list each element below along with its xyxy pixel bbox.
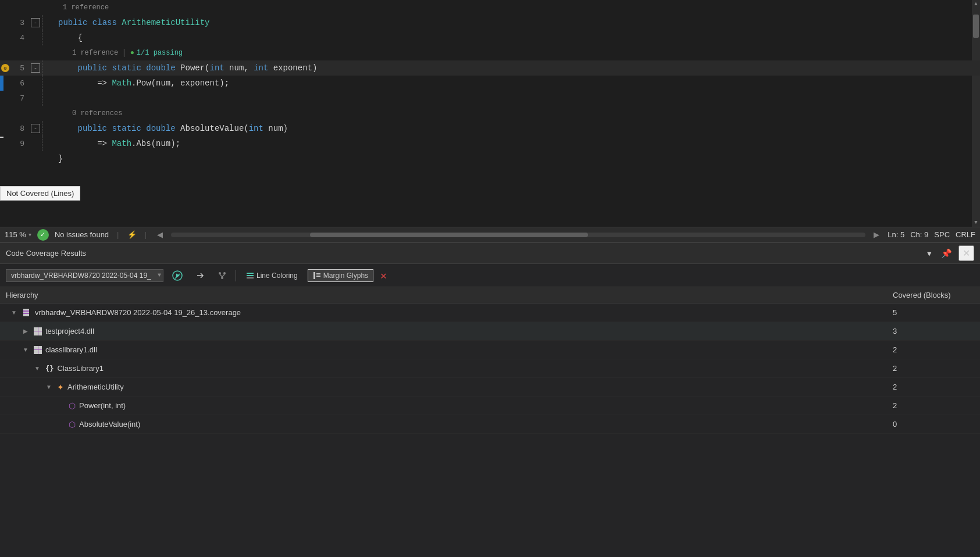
coverage-dropdown-wrapper: vrbhardw_VRBHARDW8720 2022-05-04 19_ ▼ xyxy=(6,269,163,282)
coverage-panel-inner: Code Coverage Results ▾ 📌 ✕ vrbhardw_VRB… xyxy=(0,242,980,557)
line-ending: CRLF xyxy=(956,230,975,239)
svg-rect-4 xyxy=(247,273,254,274)
code-content-4: { xyxy=(54,33,83,42)
row-hierarchy: ⬡ Power(int, int) xyxy=(0,399,887,413)
zoom-control[interactable]: 115 % ▾ xyxy=(5,230,31,239)
row-label-6: Power(int, int) xyxy=(79,401,126,410)
code-line-6: 6 => Math.Pow(num, exponent); xyxy=(0,76,980,91)
not-covered-tooltip: Not Covered (Lines) xyxy=(0,186,80,201)
row-label-3: classlibrary1.dll xyxy=(45,345,97,354)
row-covered-5: 2 xyxy=(887,380,980,394)
status-bar: 115 % ▾ ✓ No issues found | ⚡ | ◀ ▶ Ln: … xyxy=(0,227,980,242)
tree-expand-1[interactable] xyxy=(9,308,19,317)
line-coloring-icon xyxy=(246,272,254,280)
row-label-1: vrbhardw_VRBHARDW8720 2022-05-04 19_26_1… xyxy=(35,308,241,317)
line-num-8: 8 xyxy=(0,124,29,133)
line-num-4: 4 xyxy=(0,34,29,42)
table-row[interactable]: classlibrary1.dll 2 xyxy=(0,341,980,359)
svg-rect-5 xyxy=(247,275,254,276)
run-coverage-icon xyxy=(172,270,183,281)
table-row[interactable]: vrbhardw_VRBHARDW8720 2022-05-04 19_26_1… xyxy=(0,304,980,322)
table-row[interactable]: testproject4.dll 3 xyxy=(0,322,980,341)
coverage-close-btn[interactable]: ✕ xyxy=(378,269,389,282)
svg-rect-12 xyxy=(23,312,29,313)
code-line-9: 9 => Math.Abs(num); xyxy=(0,136,980,151)
margin-glyphs-btn[interactable]: Margin Glyphs xyxy=(308,269,373,282)
panel-close-btn[interactable]: ✕ xyxy=(958,245,974,261)
expand-8[interactable]: - xyxy=(31,124,40,133)
row-covered-4: 2 xyxy=(887,362,980,375)
dashed-border-8 xyxy=(42,121,54,136)
col-header-covered: Covered (Blocks) xyxy=(887,287,980,303)
run-coverage-btn[interactable] xyxy=(168,268,187,283)
dll-icon xyxy=(34,327,42,335)
svg-point-2 xyxy=(223,272,226,274)
row-covered-6: 2 xyxy=(887,399,980,412)
encoding: SPC xyxy=(934,230,950,239)
branch-icon xyxy=(218,271,227,280)
panel-controls: ▾ 📌 ✕ xyxy=(924,245,974,261)
method-icon-1: ⬡ xyxy=(69,401,76,410)
code-content-8: public static double AbsoluteValue(int n… xyxy=(54,124,288,133)
row-label-4: ClassLibrary1 xyxy=(57,364,103,373)
expand-3[interactable]: - xyxy=(31,18,40,27)
code-line-3: 3 - public class ArithemeticUtility xyxy=(0,15,980,30)
dashed-border-3 xyxy=(42,15,54,30)
line-coloring-btn[interactable]: Line Coloring xyxy=(241,269,303,282)
zoom-dropdown-arrow[interactable]: ▾ xyxy=(28,231,31,238)
tree-expand-5[interactable] xyxy=(44,383,54,392)
table-row[interactable]: {} ClassLibrary1 2 xyxy=(0,359,980,378)
gutter-5: - xyxy=(29,63,42,73)
line-info: Ln: 5 xyxy=(888,230,904,239)
goto-icon xyxy=(195,271,205,280)
scrollbar-thumb-h xyxy=(310,233,588,237)
row-label-7: AbsoluteValue(int) xyxy=(79,420,140,429)
table-row[interactable]: ✦ ArithemeticUtility 2 xyxy=(0,378,980,397)
file-icon xyxy=(22,308,31,317)
row-covered-1: 5 xyxy=(887,306,980,319)
git-icon[interactable]: ⚡ xyxy=(127,230,137,239)
scroll-up-arrow[interactable]: ▲ xyxy=(972,0,980,8)
namespace-icon: {} xyxy=(45,365,54,373)
branch-coverage-btn[interactable] xyxy=(213,269,231,283)
code-line-5: 5 ⚙ - public static double Power(int num… xyxy=(0,60,980,76)
panel-dropdown-btn[interactable]: ▾ xyxy=(924,247,935,260)
scroll-left-btn[interactable]: ◀ xyxy=(155,230,165,239)
svg-point-1 xyxy=(219,272,221,274)
row-covered-7: 0 xyxy=(887,417,980,431)
horizontal-scrollbar[interactable] xyxy=(171,233,865,237)
coverage-blue-6 xyxy=(0,76,3,91)
dll-icon-2 xyxy=(34,346,42,354)
table-header: Hierarchy Covered (Blocks) xyxy=(0,287,980,304)
line-num-7: 7 xyxy=(0,94,29,103)
row-hierarchy: vrbhardw_VRBHARDW8720 2022-05-04 19_26_1… xyxy=(0,306,887,320)
coverage-dropdown[interactable]: vrbhardw_VRBHARDW8720 2022-05-04 19_ xyxy=(6,269,163,282)
expand-5[interactable]: - xyxy=(31,63,40,73)
code-editor: ▲ ▼ 1 reference 3 - public class Arithem… xyxy=(0,0,980,227)
tree-expand-3[interactable] xyxy=(21,345,30,355)
svg-rect-10 xyxy=(23,309,29,310)
line-num-9: 9 xyxy=(0,140,29,148)
toolbar: vrbhardw_VRBHARDW8720 2022-05-04 19_ ▼ xyxy=(0,264,980,287)
table-row[interactable]: ⬡ AbsoluteValue(int) 0 xyxy=(0,415,980,434)
tree-expand-2[interactable] xyxy=(21,327,30,336)
gutter-3: - xyxy=(29,18,42,27)
status-icon: ✓ xyxy=(37,229,49,241)
scroll-right-btn[interactable]: ▶ xyxy=(871,230,882,239)
panel-pin-btn[interactable]: 📌 xyxy=(938,247,955,260)
row-hierarchy: {} ClassLibrary1 xyxy=(0,362,887,376)
row-covered-3: 2 xyxy=(887,343,980,356)
svg-rect-14 xyxy=(23,314,29,316)
ref-line-8: 0 references xyxy=(0,106,980,121)
svg-point-3 xyxy=(221,277,223,279)
panel-header: Code Coverage Results ▾ 📌 ✕ xyxy=(0,243,980,264)
col-header-hierarchy: Hierarchy xyxy=(0,287,887,303)
goto-btn[interactable] xyxy=(191,269,209,283)
dashed-border-4 xyxy=(42,30,54,45)
svg-rect-7 xyxy=(313,272,315,279)
line-num-3: 3 xyxy=(0,19,29,27)
row-label-5: ArithemeticUtility xyxy=(67,383,124,391)
tree-expand-4[interactable] xyxy=(33,364,42,373)
table-row[interactable]: ⬡ Power(int, int) 2 xyxy=(0,397,980,415)
scroll-down-arrow[interactable]: ▼ xyxy=(972,219,980,227)
